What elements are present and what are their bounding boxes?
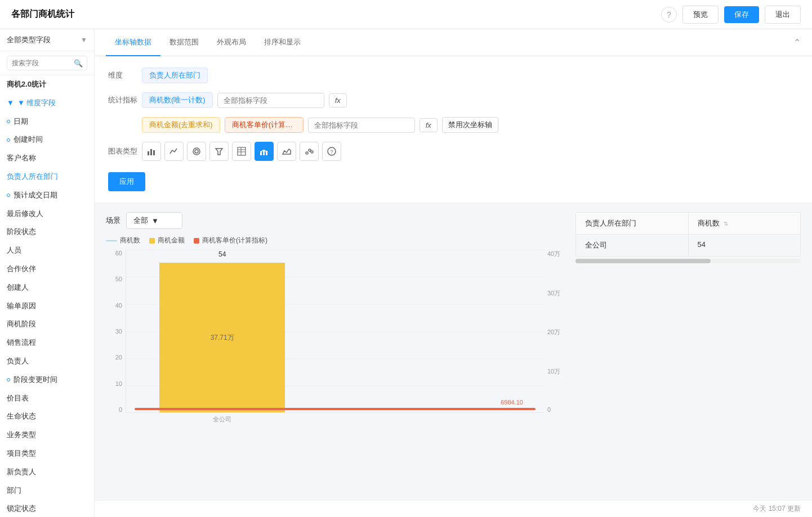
scroll-thumb[interactable]: [575, 259, 711, 263]
tab-sort-display[interactable]: 排序和显示: [255, 29, 310, 56]
sidebar-filter[interactable]: 全部类型字段 ▼: [0, 29, 94, 51]
chart-canvas: 60 50 40 30 20 10 0 40万 30万 20万 10万: [106, 250, 566, 430]
chart-type-scatter-button[interactable]: [300, 142, 319, 161]
main-layout: 全部类型字段 ▼ 🔍 商机2.0统计 ▼ ▼ 维度字段 日期 创建时间: [0, 29, 812, 517]
chart-plot: 37.71万 54 6984.10 全公司: [126, 250, 544, 413]
sidebar-item-lock-status[interactable]: 锁定状态: [0, 500, 94, 517]
svg-point-3: [193, 148, 200, 155]
sidebar-item-dept[interactable]: 部门: [0, 482, 94, 500]
dot-icon: [7, 378, 10, 381]
sidebar-item-new-owner[interactable]: 新负责人: [0, 463, 94, 482]
td-count: 54: [689, 235, 801, 256]
tab-data-range[interactable]: 数据范围: [160, 29, 208, 56]
chevron-down-icon: ▼: [81, 36, 87, 44]
scene-label: 场景: [106, 215, 121, 226]
svg-point-14: [306, 152, 308, 154]
update-timestamp: 今天 15:07 更新: [753, 504, 801, 514]
chart-section: 场景 全部 ▼ 商机数 商机金额: [95, 203, 812, 500]
grid-line: [126, 250, 544, 250]
chart-right: 负责人所在部门 商机数 ⇅ 全公司 54: [575, 212, 801, 491]
sidebar-item-stage-change-time[interactable]: 阶段变更时间: [0, 371, 94, 389]
sidebar-item-owner[interactable]: 负责人: [0, 352, 94, 371]
chart-type-area-button[interactable]: [277, 142, 296, 161]
sidebar-item-loss-reason[interactable]: 输单原因: [0, 297, 94, 316]
svg-marker-13: [283, 149, 291, 154]
stats-controls2: 商机金额(去重求和) 商机客单价(计算指... fx 禁用次坐标轴: [142, 117, 498, 133]
data-table: 负责人所在部门 商机数 ⇅ 全公司 54: [575, 212, 801, 257]
stats-field2[interactable]: [308, 118, 415, 133]
stats-tag2[interactable]: 商机金额(去重求和): [142, 117, 220, 133]
bar-amount[interactable]: 37.71万 54: [159, 263, 285, 412]
header-actions: ? 预览 保存 退出: [661, 6, 801, 24]
table-header: 负责人所在部门 商机数 ⇅: [576, 213, 800, 235]
chart-type-line-button[interactable]: [164, 142, 184, 161]
sidebar-item-creator[interactable]: 创建人: [0, 278, 94, 297]
header: 各部门商机统计 ? 预览 保存 退出: [0, 0, 812, 29]
y-axis-right: 40万 30万 20万 10万 0: [544, 250, 566, 413]
sidebar-item-price-list[interactable]: 价目表: [0, 389, 94, 408]
sidebar-item-expected-date[interactable]: 预计成交日期: [0, 186, 94, 205]
sidebar-item-project-type[interactable]: 项目类型: [0, 444, 94, 463]
config-area: 维度 负责人所在部门 统计指标 商机数(唯一计数) fx 商机金额(去重求和): [95, 56, 812, 203]
legend-dot-amount: [149, 238, 155, 244]
help-button[interactable]: ?: [661, 7, 677, 23]
sidebar-item-customer[interactable]: 客户名称: [0, 149, 94, 168]
sidebar-item-create-time[interactable]: 创建时间: [0, 131, 94, 149]
stats-field1[interactable]: [217, 93, 324, 108]
chart-type-row: 图表类型: [108, 142, 798, 161]
stats-tag3[interactable]: 商机客单价(计算指...: [225, 117, 304, 133]
legend-item-amount: 商机金额: [149, 236, 185, 245]
sidebar-item-sales-flow[interactable]: 销售流程: [0, 334, 94, 352]
chart-type-funnel-button[interactable]: [209, 142, 229, 161]
sidebar-item-stage-status[interactable]: 阶段状态: [0, 223, 94, 241]
svg-rect-2: [153, 150, 155, 155]
exit-button[interactable]: 退出: [765, 6, 801, 24]
svg-point-4: [195, 150, 198, 153]
dimension-tag[interactable]: 负责人所在部门: [142, 68, 208, 83]
chart-type-pie-button[interactable]: [187, 142, 206, 161]
stats-tag1[interactable]: 商机数(唯一计数): [142, 92, 213, 108]
chart-type-combo-button[interactable]: [255, 142, 274, 161]
chart-type-table-button[interactable]: [232, 142, 251, 161]
sidebar-dimension-toggle[interactable]: ▼ ▼ 维度字段: [0, 94, 94, 113]
sidebar: 全部类型字段 ▼ 🔍 商机2.0统计 ▼ ▼ 维度字段 日期 创建时间: [0, 29, 95, 517]
sidebar-item-last-modifier[interactable]: 最后修改人: [0, 205, 94, 223]
svg-point-16: [311, 151, 313, 153]
disable-secondary-axis-button[interactable]: 禁用次坐标轴: [442, 117, 498, 133]
sidebar-item-biz-type[interactable]: 业务类型: [0, 426, 94, 444]
bar-amount-label: 37.71万: [211, 333, 234, 343]
svg-point-15: [309, 149, 311, 151]
red-line: [135, 408, 536, 410]
scroll-bar[interactable]: [575, 259, 801, 263]
scene-value: 全部: [133, 215, 148, 226]
page-title: 各部门商机统计: [11, 8, 74, 20]
svg-text:?: ?: [330, 149, 333, 155]
scene-select[interactable]: 全部 ▼: [126, 212, 182, 229]
stats-fx1-button[interactable]: fx: [329, 93, 347, 107]
collapse-icon[interactable]: ⌃: [793, 29, 801, 56]
sidebar-item-person[interactable]: 人员: [0, 241, 94, 260]
dimension-controls: 负责人所在部门: [142, 68, 208, 83]
legend-item-count: 商机数: [106, 236, 140, 245]
sidebar-filter-label: 全部类型字段: [7, 35, 77, 45]
th-count[interactable]: 商机数 ⇅: [689, 213, 801, 234]
sort-icon: ⇅: [724, 221, 728, 227]
sidebar-item-opp-stage[interactable]: 商机阶段: [0, 315, 94, 334]
apply-button[interactable]: 应用: [108, 172, 145, 191]
sidebar-item-lifecycle[interactable]: 生命状态: [0, 407, 94, 426]
svg-rect-1: [150, 149, 152, 155]
tabs-list: 坐标轴数据 数据范围 外观布局 排序和显示: [106, 29, 310, 56]
sidebar-item-partner[interactable]: 合作伙伴: [0, 260, 94, 278]
preview-button[interactable]: 预览: [682, 6, 719, 24]
bar-top-label: 54: [218, 250, 226, 258]
sidebar-item-department[interactable]: 负责人所在部门: [0, 168, 94, 186]
sidebar-item-date[interactable]: 日期: [0, 113, 94, 131]
chart-type-help-button[interactable]: ?: [322, 142, 341, 161]
chart-type-bar-button[interactable]: [142, 142, 161, 161]
tab-axis-data[interactable]: 坐标轴数据: [106, 29, 160, 56]
stats-fx2-button[interactable]: fx: [420, 118, 438, 132]
svg-rect-0: [148, 151, 149, 155]
save-button[interactable]: 保存: [724, 6, 759, 23]
td-department: 全公司: [576, 235, 689, 256]
tab-appearance[interactable]: 外观布局: [208, 29, 255, 56]
